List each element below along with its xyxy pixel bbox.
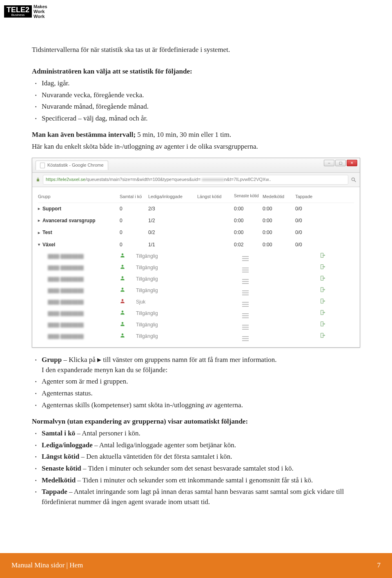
table-row[interactable]: ▸Avancerad svarsgrupp 01/20:000:000/0 [38,215,354,227]
list-item: Specificerad – välj dag, månad och år. [32,114,360,124]
mww-text: Makes Work Work [33,4,47,19]
menu-icon[interactable] [242,313,249,318]
menu-icon[interactable] [242,336,249,341]
tab-favicon [40,163,45,168]
search-icon[interactable] [351,177,356,183]
presence-icon [120,310,125,315]
logout-icon[interactable] [320,275,326,281]
table-header: Grupp Samtal i kö Lediga/inloggade Längs… [38,191,354,203]
loginout-line: Här kan du enkelt sköta både in-/utloggn… [32,142,360,152]
intro-bullets: Idag, igår. Nuvarande vecka, föregående … [32,78,360,124]
normal-title: Normalvyn (utan expandering av grupperna… [32,417,360,427]
menu-icon[interactable] [242,256,249,261]
play-icon: ▶ [97,357,101,363]
menu-icon[interactable] [242,290,249,295]
page-footer: Manual Mina sidor | Hem 7 [0,553,392,578]
agent-row: ████ ████████ Sjuk [38,297,354,308]
logout-icon[interactable] [320,264,326,270]
list-item: Senaste kötid – Tiden i minuter och seku… [32,464,360,474]
agent-row: ████ ████████ Tillgänglig [38,262,354,274]
window-titlebar: Köstatistik - Google Chrome – ▢ ✕ [32,158,360,173]
close-button[interactable]: ✕ [347,160,357,166]
screenshot-window: Köstatistik - Google Chrome – ▢ ✕ https:… [32,158,360,348]
list-item: Samtal i kö – Antal personer i kön. [32,428,360,439]
agent-row: ████ ████████ Tillgänglig [38,274,354,285]
svg-line-1 [354,180,356,182]
logout-icon[interactable] [320,252,326,258]
presence-icon [120,321,125,327]
intro-p2: Administratören kan välja att se statist… [32,67,360,77]
presence-icon [120,287,125,292]
normal-list: Samtal i kö – Antal personer i kön.Ledig… [32,428,360,507]
menu-icon[interactable] [242,325,249,330]
intro-p1: Tidsintervallerna för när statistik ska … [32,45,360,55]
menu-icon[interactable] [242,302,249,307]
address-bar[interactable]: https://tele2vaxel.se/queuestats/main?si… [32,173,360,187]
url-text: https://tele2vaxel.se/queuestats/main?si… [43,175,348,185]
list-item: Agenternas skills (kompetenser) samt skö… [32,400,360,411]
list-item: Agenter som är med i gruppen. [32,377,360,387]
logout-icon[interactable] [320,298,326,304]
list-item: Lediga/inloggade – Antal lediga/inloggad… [32,440,360,451]
menu-icon[interactable] [242,279,249,284]
tele2-text: TELE2 [7,6,29,13]
list-item: Agenternas status. [32,388,360,399]
tele2-sub: Business [11,13,24,17]
list-item: Idag, igår. [32,78,360,89]
footer-page: 7 [377,560,381,571]
browser-tab[interactable]: Köstatistik - Google Chrome [36,161,108,170]
grupp-block: Grupp – Klicka på ▶ till vänster om grup… [32,355,360,410]
grupp-intro: Grupp – Klicka på ▶ till vänster om grup… [32,355,360,375]
agent-row: ████ ████████ Tillgänglig [38,308,354,319]
intervals-line: Man kan även bestämma intervall; 5 min, … [32,130,360,140]
maximize-button[interactable]: ▢ [335,160,346,166]
presence-icon [120,333,125,338]
table-row[interactable]: ▸Test 00/20:000:000/0 [38,227,354,239]
expand-icon[interactable]: ▸ [38,206,40,212]
agent-row: ████ ████████ Tillgänglig [38,319,354,331]
presence-icon [120,298,125,304]
logout-icon[interactable] [320,310,326,315]
expand-icon[interactable]: ▾ [38,242,40,248]
svg-point-0 [352,178,354,181]
table-row[interactable]: ▾Växel 01/10:020:000/0 [38,239,354,251]
minimize-button[interactable]: – [324,160,334,166]
footer-left: Manual Mina sidor | Hem [11,560,83,571]
screenshot-body: Grupp Samtal i kö Lediga/inloggade Längs… [32,187,360,348]
presence-icon [120,264,125,270]
logout-icon[interactable] [320,333,326,338]
tab-title: Köstatistik - Google Chrome [47,162,104,169]
expand-icon[interactable]: ▸ [38,230,40,236]
brand-logo: TELE2 Business Makes Work Work [4,4,47,19]
table-row[interactable]: ▸Support 02/30:000:000/0 [38,203,354,215]
list-item: Tappade – Antalet inringande som lagt på… [32,487,360,507]
presence-icon [120,275,125,281]
lock-icon [36,177,40,182]
list-item: Medelkötid – Tiden i minuter och sekunde… [32,475,360,486]
presence-icon [120,252,125,258]
menu-icon[interactable] [242,268,249,272]
list-item: Nuvarande månad, föregående månad. [32,102,360,112]
agent-row: ████ ████████ Tillgänglig [38,285,354,297]
logout-icon[interactable] [320,321,326,327]
logout-icon[interactable] [320,287,326,292]
agent-row: ████ ████████ Tillgänglig [38,331,354,342]
expand-icon[interactable]: ▸ [38,218,40,224]
agent-row: ████ ████████ Tillgänglig [38,251,354,262]
tele2-badge: TELE2 Business [4,5,32,18]
list-item: Nuvarande vecka, föregående vecka. [32,90,360,100]
list-item: Längst kötid – Den aktuella väntetiden f… [32,452,360,462]
